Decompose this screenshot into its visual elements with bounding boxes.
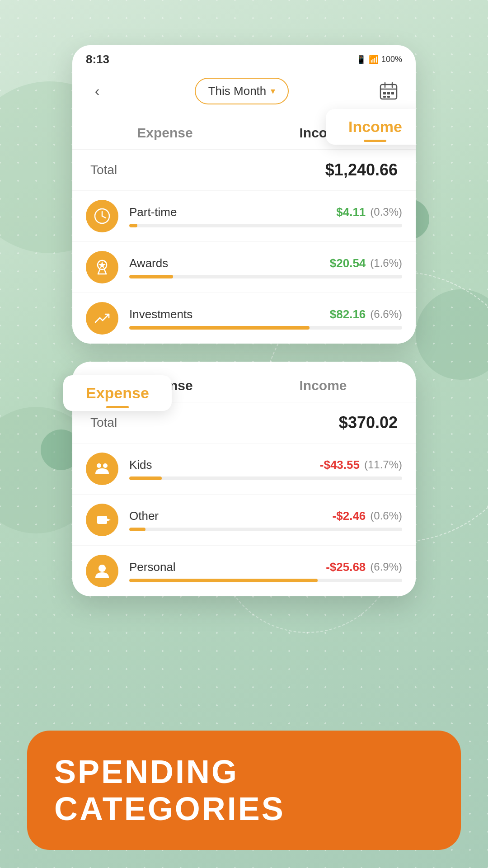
expense-total-label: Total [90, 415, 117, 430]
list-item[interactable]: Personal -$25.68 (6.9%) [72, 545, 416, 596]
person-icon [94, 562, 111, 580]
status-icons: 📱 📶 100% [356, 55, 402, 65]
calendar-button[interactable] [375, 77, 402, 104]
back-button[interactable]: ‹ [86, 80, 108, 102]
list-item[interactable]: Other -$2.46 (0.6%) [72, 494, 416, 545]
back-arrow-icon: ‹ [95, 83, 100, 99]
personal-amount: -$25.68 [326, 560, 366, 574]
part-time-amount: $4.11 [336, 205, 366, 219]
period-label: This Month [208, 84, 267, 98]
other-progress-fill [129, 528, 145, 531]
kids-icon [86, 453, 118, 485]
tab-income-2[interactable]: Income [244, 370, 402, 399]
part-time-icon [86, 200, 118, 232]
expense-active-tab-float[interactable]: Expense [63, 375, 172, 411]
kids-name: Kids [129, 458, 152, 472]
income-active-tab-float[interactable]: Income [326, 109, 416, 145]
other-amount: -$2.46 [333, 509, 366, 523]
list-item[interactable]: Investments $82.16 (6.6%) [72, 292, 416, 344]
svg-marker-13 [99, 261, 106, 269]
awards-icon [86, 251, 118, 283]
status-time: 8:13 [86, 52, 109, 66]
list-item[interactable]: Awards $20.54 (1.6%) [72, 241, 416, 292]
personal-progress-fill [129, 579, 318, 582]
investments-progress-fill [129, 326, 310, 330]
svg-rect-6 [383, 96, 386, 98]
expense-tab-float-label: Expense [86, 384, 149, 401]
other-pct: (0.6%) [370, 509, 402, 522]
svg-rect-5 [387, 92, 390, 94]
income-total-label: Total [90, 163, 117, 177]
svg-line-15 [104, 269, 106, 274]
income-category-list: Part-time $4.11 (0.3%) [72, 190, 416, 344]
other-name: Other [129, 509, 159, 523]
svg-rect-4 [383, 92, 386, 94]
kids-amount: -$43.55 [320, 458, 360, 472]
income-tab-float-label: Income [348, 118, 402, 135]
investments-icon [86, 302, 118, 335]
awards-amount: $20.54 [330, 256, 366, 270]
tag-icon [94, 511, 111, 528]
income-card: 8:13 📱 📶 100% ‹ This Month ▾ [72, 45, 416, 344]
status-icon-signal: 📶 [369, 55, 379, 65]
income-total-row: Total $1,240.66 [72, 150, 416, 190]
awards-progress-fill [129, 275, 173, 278]
kids-progress-fill [129, 476, 162, 480]
period-dropdown-icon: ▾ [271, 85, 275, 96]
trending-up-icon [94, 310, 111, 327]
investments-pct: (6.6%) [370, 308, 402, 321]
svg-rect-7 [387, 96, 390, 98]
svg-rect-8 [391, 92, 394, 94]
svg-point-21 [99, 565, 106, 572]
personal-progress-bg [129, 579, 402, 582]
other-progress-bg [129, 528, 402, 531]
list-item[interactable]: Kids -$43.55 (11.7%) [72, 443, 416, 494]
svg-line-11 [102, 216, 106, 218]
awards-name: Awards [129, 256, 168, 270]
svg-marker-20 [107, 519, 111, 521]
period-selector[interactable]: This Month ▾ [195, 78, 289, 104]
part-time-name: Part-time [129, 205, 177, 219]
part-time-pct: (0.3%) [370, 206, 402, 218]
investments-amount: $82.16 [330, 307, 366, 321]
income-tab-row: Expense Income Income [72, 113, 416, 150]
personal-name: Personal [129, 560, 176, 574]
investments-name: Investments [129, 307, 192, 321]
investments-progress-bg [129, 326, 402, 330]
tab-expense[interactable]: Expense [86, 117, 244, 146]
kids-progress-bg [129, 476, 402, 480]
clock-icon [94, 208, 111, 225]
svg-point-17 [97, 463, 101, 468]
expense-total-amount: $370.02 [339, 413, 398, 432]
income-total-amount: $1,240.66 [325, 160, 398, 179]
expense-card: Expense Expense Income Total $370.02 [72, 362, 416, 596]
kids-svg-icon [94, 460, 111, 477]
personal-icon [86, 555, 118, 587]
award-icon [94, 259, 111, 276]
personal-pct: (6.9%) [370, 561, 402, 573]
svg-line-14 [98, 269, 100, 274]
awards-progress-bg [129, 275, 402, 278]
part-time-progress-fill [129, 224, 137, 227]
svg-rect-19 [97, 516, 107, 524]
kids-pct: (11.7%) [364, 458, 402, 471]
other-icon [86, 504, 118, 536]
svg-point-18 [103, 463, 108, 468]
calendar-icon [379, 81, 399, 101]
list-item[interactable]: Part-time $4.11 (0.3%) [72, 190, 416, 241]
top-nav: ‹ This Month ▾ [72, 70, 416, 113]
status-icon-phone: 📱 [356, 55, 366, 65]
banner-label: SPENDING CATEGORIES [54, 753, 434, 827]
expense-category-list: Kids -$43.55 (11.7%) [72, 443, 416, 596]
awards-pct: (1.6%) [370, 257, 402, 269]
status-icon-battery: 100% [381, 55, 402, 64]
status-bar: 8:13 📱 📶 100% [72, 45, 416, 70]
spending-categories-banner: SPENDING CATEGORIES [27, 731, 461, 850]
part-time-progress-bg [129, 224, 402, 227]
